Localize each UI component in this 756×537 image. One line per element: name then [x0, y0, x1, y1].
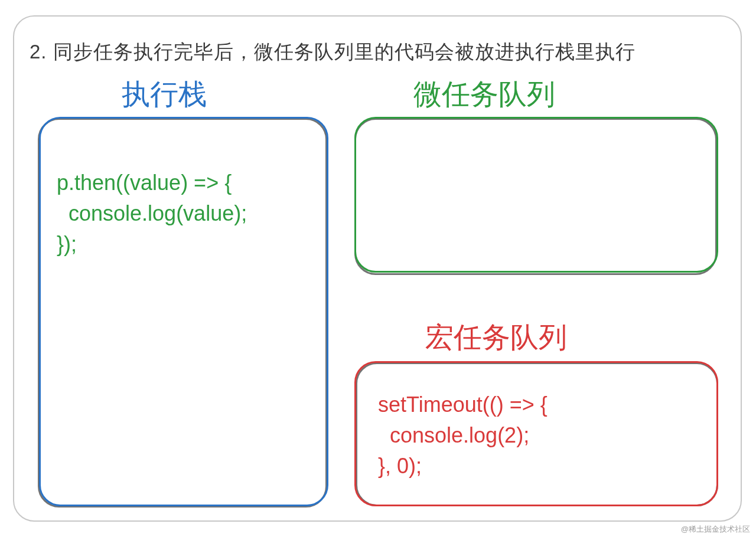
macrotask-queue-label: 宏任务队列 [425, 319, 567, 356]
microtask-queue-label: 微任务队列 [413, 76, 555, 113]
microtask-queue-box [354, 117, 718, 273]
execution-stack-code: p.then((value) => { console.log(value); … [57, 168, 247, 260]
watermark: @稀土掘金技术社区 [681, 524, 750, 535]
macrotask-queue-code: setTimeout(() => { console.log(2); }, 0)… [378, 389, 548, 482]
step-title: 2. 同步任务执行完毕后，微任务队列里的代码会被放进执行栈里执行 [30, 39, 636, 66]
execution-stack-label: 执行栈 [122, 76, 207, 113]
